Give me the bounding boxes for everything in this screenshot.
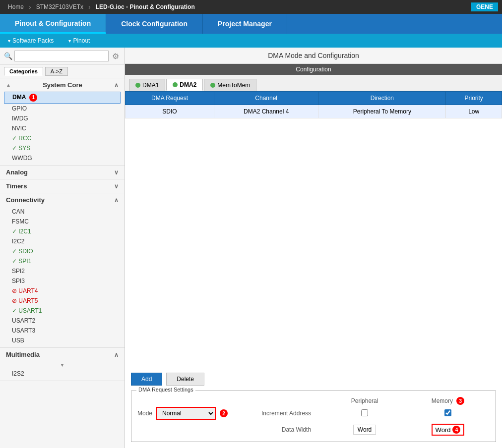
gear-icon[interactable]: ⚙ [111, 51, 121, 61]
sidebar-item-usart2[interactable]: USART2 [4, 316, 121, 326]
search-icon: 🔍 [4, 52, 12, 60]
dma-request-settings: DMA Request Settings Peripheral Memory 3… [131, 391, 496, 442]
sidebar-item-rcc[interactable]: ✓ RCC [4, 133, 121, 143]
sidebar-item-i2c1[interactable]: ✓ I2C1 [4, 226, 121, 236]
section-system-core-header[interactable]: ▲ System Core ∧ [0, 78, 125, 92]
chevron-system-core: ∧ [114, 82, 119, 89]
dma-tab-bar: DMA1 DMA2 MemToMem [125, 75, 502, 91]
sidebar-item-spi1[interactable]: ✓ SPI1 [4, 256, 121, 266]
arrow-icon-2: ▾ [68, 38, 71, 44]
memory-increment-cell [406, 409, 490, 418]
section-timers: Timers ∨ [0, 179, 125, 193]
section-system-core: ▲ System Core ∧ DMA 1 GPIO IWDG [0, 78, 125, 166]
memtomem-dot [210, 83, 215, 88]
col-header-direction: Direction [318, 92, 446, 105]
tab-categories[interactable]: Categories [4, 67, 43, 76]
tab-pinout[interactable]: Pinout & Configuration [0, 14, 106, 34]
breadcrumb-bar: Home › STM32F103VETx › LED-G.ioc - Pinou… [0, 0, 502, 14]
content-title: DMA Mode and Configuration [125, 48, 502, 64]
breadcrumb-device[interactable]: STM32F103VETx [32, 3, 87, 10]
nav-software-packs[interactable]: ▾ Software Packs [8, 37, 54, 44]
dma2-dot [173, 82, 178, 87]
tab-clock[interactable]: Clock Configuration [106, 14, 203, 34]
sidebar-search-bar: 🔍 ⚙ [0, 48, 125, 65]
row-priority: Low [446, 105, 502, 118]
sidebar-item-i2c2[interactable]: I2C2 [4, 236, 121, 246]
data-width-label: Data Width [137, 422, 323, 433]
gen-button[interactable]: GENE [471, 2, 498, 11]
system-core-items: DMA 1 GPIO IWDG NVIC ✓ RCC [0, 92, 125, 165]
settings-title: DMA Request Settings [136, 387, 195, 392]
section-connectivity-header[interactable]: Connectivity ∧ [0, 193, 125, 207]
tab-dma2[interactable]: DMA2 [166, 79, 203, 91]
dma1-dot [135, 83, 140, 88]
sidebar-item-uart4[interactable]: ⊘ UART4 [4, 286, 121, 296]
sidebar-item-uart5[interactable]: ⊘ UART5 [4, 296, 121, 306]
peripheral-increment-cell [323, 409, 406, 418]
connectivity-items: CAN FSMC ✓ I2C1 I2C2 ✓ SDIO ✓ SPI1 SPI2 … [0, 207, 125, 347]
dma-badge: 1 [29, 94, 37, 102]
sidebar-item-dma[interactable]: DMA 1 [4, 92, 121, 104]
table-row[interactable]: SDIO DMA2 Channel 4 Peripheral To Memory… [126, 105, 502, 118]
sidebar-item-usart1[interactable]: ✓ USART1 [4, 306, 121, 316]
tab-memtomem[interactable]: MemToMem [204, 79, 256, 91]
sidebar-item-usart3[interactable]: USART3 [4, 326, 121, 336]
arrow-icon: ▾ [8, 38, 10, 44]
table-spacer [125, 118, 502, 368]
sidebar-item-spi3[interactable]: SPI3 [4, 276, 121, 286]
mode-row: Mode Normal Circular 2 Increment Address [137, 407, 323, 420]
sidebar: 🔍 ⚙ Categories A->Z ▲ System Core ∧ DMA … [0, 48, 125, 448]
breadcrumb-home[interactable]: Home [4, 3, 28, 10]
mode-select-wrapper: Normal Circular [156, 407, 216, 420]
sidebar-item-i2s2[interactable]: I2S2 [4, 369, 121, 379]
sidebar-scroll-up[interactable]: ▲ [6, 82, 11, 88]
sidebar-item-can[interactable]: CAN [4, 207, 121, 217]
word-badge: 4 [452, 426, 460, 434]
sidebar-item-iwdg[interactable]: IWDG [4, 113, 121, 123]
tab-project[interactable]: Project Manager [203, 14, 287, 34]
breadcrumb-sep-1: › [29, 3, 31, 11]
memory-badge: 3 [456, 397, 464, 405]
section-timers-header[interactable]: Timers ∨ [0, 179, 125, 193]
col-header-channel: Channel [214, 92, 318, 105]
breadcrumb-file[interactable]: LED-G.ioc - Pinout & Configuration [92, 3, 199, 10]
increment-label: Increment Address [261, 410, 311, 417]
peripheral-width-cell: Word [323, 421, 406, 435]
sidebar-item-sdio[interactable]: ✓ SDIO [4, 246, 121, 256]
search-input[interactable] [14, 51, 109, 61]
scroll-down-indicator[interactable]: ▼ [4, 361, 121, 369]
mode-badge: 2 [220, 409, 228, 417]
nav-pinout[interactable]: ▾ Pinout [68, 37, 90, 44]
row-request: SDIO [126, 105, 214, 118]
sidebar-tab-bar: Categories A->Z [0, 65, 125, 78]
peripheral-col-header: Peripheral [323, 397, 406, 406]
multimedia-items: ▼ I2S2 [0, 361, 125, 381]
memory-width-box: Word 4 [432, 424, 465, 436]
sidebar-item-fsmc[interactable]: FSMC [4, 217, 121, 226]
chevron-connectivity: ∧ [114, 197, 119, 204]
col-header-priority: Priority [446, 92, 502, 105]
sidebar-item-sys[interactable]: ✓ SYS [4, 143, 121, 153]
memory-increment-checkbox[interactable] [444, 409, 451, 416]
peripheral-width-value: Word [353, 425, 376, 435]
main-layout: 🔍 ⚙ Categories A->Z ▲ System Core ∧ DMA … [0, 48, 502, 448]
tab-az[interactable]: A->Z [45, 67, 68, 76]
sidebar-item-wwdg[interactable]: WWDG [4, 153, 121, 163]
sidebar-item-usb[interactable]: USB [4, 336, 121, 345]
sidebar-item-gpio[interactable]: GPIO [4, 104, 121, 113]
main-content: DMA Mode and Configuration Configuration… [125, 48, 502, 448]
sidebar-item-spi2[interactable]: SPI2 [4, 266, 121, 276]
section-connectivity: Connectivity ∧ CAN FSMC ✓ I2C1 I2C2 ✓ SD… [0, 193, 125, 348]
section-multimedia-header[interactable]: Multimedia ∧ [0, 348, 125, 361]
mode-select[interactable]: Normal Circular [156, 407, 216, 420]
memory-col-header: Memory 3 [406, 397, 490, 407]
delete-button[interactable]: Delete [166, 373, 204, 386]
add-button[interactable]: Add [131, 373, 162, 386]
secondary-nav: ▾ Software Packs ▾ Pinout [0, 34, 502, 48]
section-analog-header[interactable]: Analog ∨ [0, 166, 125, 179]
peripheral-increment-checkbox[interactable] [361, 409, 368, 416]
tab-dma1[interactable]: DMA1 [129, 79, 165, 91]
breadcrumb-sep-2: › [88, 3, 91, 11]
mode-label: Mode [137, 410, 152, 417]
sidebar-item-nvic[interactable]: NVIC [4, 123, 121, 133]
